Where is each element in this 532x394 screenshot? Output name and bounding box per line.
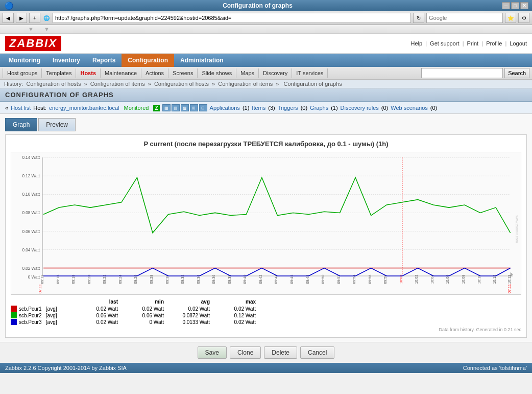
subnav-screens[interactable]: Screens [168,68,198,78]
breadcrumb-config-items-1[interactable]: Configuration of items [90,81,145,87]
legend-row-1: scb.Pcur1 [avg] 0.02 Watt 0.02 Watt 0.02… [11,306,521,312]
svg-text:10:08: 10:08 [462,274,466,284]
subnav-actions[interactable]: Actions [141,68,168,78]
subnav-discovery[interactable]: Discovery [259,68,292,78]
applications-count: (1) [243,105,249,111]
action-bar: Save Clone Delete Cancel [0,342,532,363]
host-icon-5[interactable]: ⊟ [199,104,207,111]
legend-col-min: min [118,299,164,305]
legend-color-3 [11,319,17,325]
host-list-link[interactable]: Host list [11,105,31,111]
nav-reports[interactable]: Reports [86,54,122,67]
bookmarks-button[interactable]: ⭐ [505,13,516,23]
browser-title: Configuration of graphs [13,2,502,9]
breadcrumb-current: Configuration of graphs [283,81,342,87]
svg-text:10:13: 10:13 [507,274,512,284]
logout-link[interactable]: Logout [510,40,527,47]
host-icon-2[interactable]: ▤ [172,104,180,111]
svg-text:0.12 Watt: 0.12 Watt [22,174,40,178]
legend-name-3: scb.Pcur3 [avg] [19,319,72,325]
graphs-link[interactable]: Graphs [310,105,328,111]
subnav-slide-shows[interactable]: Slide shows [198,68,236,78]
svg-text:0.06 Watt: 0.06 Watt [22,229,40,234]
legend-values-3: 0.02 Watt 0 Watt 0.0133 Watt 0.02 Watt [72,319,256,325]
svg-text:0.04 Watt: 0.04 Watt [22,248,40,252]
triggers-link[interactable]: Triggers [278,105,298,111]
favicon-icon: 🌐 [43,15,50,21]
host-label: Host: [33,105,46,111]
nav-inventory[interactable]: Inventory [46,54,86,67]
tab-preview[interactable]: Preview [38,118,76,131]
svg-text:www.zabbix.com: www.zabbix.com [515,215,519,243]
host-icon-1[interactable]: ▦ [162,104,171,111]
web-scenarios-link[interactable]: Web scenarios [391,105,428,111]
svg-text:09:28: 09:28 [150,274,154,284]
print-link[interactable]: Print [467,40,479,47]
legend-col-avg: avg [164,299,210,305]
footer-copyright: Zabbix 2.2.6 Copyright 2001-2014 by Zabb… [5,365,127,371]
svg-text:09:42: 09:42 [259,274,263,284]
settings-button[interactable]: ⚙ [518,13,529,23]
items-link[interactable]: Items [252,105,265,111]
nav-monitoring[interactable]: Monitoring [3,54,46,67]
reload-button[interactable]: ↻ [413,13,424,23]
svg-text:0.14 Watt: 0.14 Watt [22,155,40,160]
legend-val-avg-2: 0.0872 Watt [164,313,210,318]
close-button[interactable]: ✕ [520,2,528,9]
search-button[interactable]: Search [504,68,529,78]
zabbix-header: ZABBIX Help | Get support | Print | Prof… [0,34,532,54]
discovery-rules-link[interactable]: Discovery rules [341,105,379,111]
bookmarks-bar: ▼ ▼ [0,25,532,34]
nav-configuration[interactable]: Configuration [122,54,174,67]
svg-text:09:56: 09:56 [368,274,372,284]
tab-graph[interactable]: Graph [5,118,37,131]
sub-navigation: Host groups Templates Hosts Maintenance … [0,67,532,80]
breadcrumb-config-hosts-1[interactable]: Configuration of hosts [26,81,81,87]
back-button[interactable]: ◀ [3,13,14,23]
search-input[interactable] [421,68,503,78]
get-support-link[interactable]: Get support [430,40,459,47]
host-icon-3[interactable]: ▩ [181,104,189,111]
nav-administration[interactable]: Administration [174,54,230,67]
web-scenarios-count: (0) [430,105,437,111]
legend-val-max-3: 0.02 Watt [210,319,256,325]
discovery-rules-count: (0) [381,105,388,111]
graph-container: P current (после перезагрузки ТРЕБУЕТСЯ … [5,134,527,338]
subnav-maps[interactable]: Maps [236,68,259,78]
subnav-maintenance[interactable]: Maintenance [101,68,141,78]
legend-val-max-1: 0.02 Watt [210,306,256,312]
subnav-templates[interactable]: Templates [42,68,76,78]
add-tab-button[interactable]: + [29,13,40,23]
host-icon-group: ▦ ▤ ▩ ⊞ ⊟ [162,104,207,111]
subnav-hosts[interactable]: Hosts [76,68,101,78]
restore-button[interactable]: □ [511,2,519,9]
applications-link[interactable]: Applications [210,105,240,111]
minimize-button[interactable]: ─ [502,2,510,9]
breadcrumb-config-items-2[interactable]: Configuration of items [218,81,273,87]
profile-link[interactable]: Profile [486,40,502,47]
delete-button[interactable]: Delete [264,346,297,359]
clone-button[interactable]: Clone [230,346,261,359]
triggers-count: (0) [301,105,307,111]
subnav-host-groups[interactable]: Host groups [3,68,42,78]
url-bar[interactable] [53,13,411,23]
legend-val-last-1: 0.02 Watt [72,306,118,312]
host-icon-4[interactable]: ⊞ [190,104,198,111]
legend-val-last-2: 0.06 Watt [72,313,118,318]
legend-color-1 [11,306,17,312]
svg-text:09:50: 09:50 [321,274,325,284]
browser-toolbar: ◀ ▶ + 🌐 ↻ ⭐ ⚙ [0,11,532,25]
help-link[interactable]: Help [410,40,422,47]
legend-header: last min avg max [11,299,521,305]
host-name-link[interactable]: energy_monitor.bankrc.local [49,105,119,111]
browser-search-input[interactable] [426,13,503,23]
footer: Zabbix 2.2.6 Copyright 2001-2014 by Zabb… [0,363,532,373]
subnav-it-services[interactable]: IT services [292,68,328,78]
save-button[interactable]: Save [198,346,227,359]
svg-text:0.02 Watt: 0.02 Watt [22,266,40,271]
graphs-count: (1) [331,105,337,111]
forward-button[interactable]: ▶ [16,13,27,23]
breadcrumb-config-hosts-2[interactable]: Configuration of hosts [154,81,209,87]
host-list-link-label: « [5,105,8,111]
cancel-button[interactable]: Cancel [300,346,334,359]
